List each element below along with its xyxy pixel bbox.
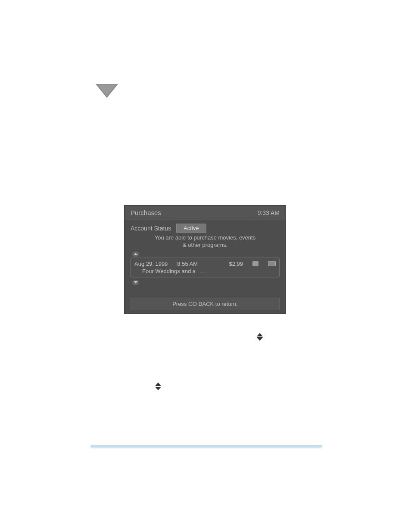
account-status-badge: Active <box>176 224 206 233</box>
up-down-arrows-icon <box>257 333 263 341</box>
purchase-list-item[interactable]: Aug 29, 1999 8:55 AM $2.99 Four Weddings… <box>131 258 280 277</box>
screen-title: Purchases <box>131 209 161 216</box>
triangle-up-icon <box>155 383 161 386</box>
status-line-1: You are able to purchase movies, events <box>155 234 255 241</box>
footer-hint: Press GO BACK to return. <box>131 298 280 310</box>
up-down-arrows-icon <box>155 383 161 390</box>
purchase-program-title: Four Weddings and a . . . <box>142 268 276 274</box>
page-divider <box>90 445 322 447</box>
status-line-2: & other programs. <box>183 242 227 248</box>
scroll-up-icon[interactable] <box>132 252 139 257</box>
triangle-down-icon <box>257 337 263 341</box>
down-triangle-icon-inner <box>97 84 117 96</box>
triangle-up-icon <box>257 333 263 336</box>
card-icon <box>268 261 276 266</box>
scroll-down-icon[interactable] <box>132 280 139 285</box>
screen-header: Purchases 9:33 AM <box>125 205 286 220</box>
triangle-down-icon <box>155 387 161 390</box>
account-status-label: Account Status <box>131 225 171 232</box>
purchase-time: 8:55 AM <box>177 261 198 267</box>
screen-clock: 9:33 AM <box>258 209 280 216</box>
account-status-row: Account Status Active <box>131 224 280 233</box>
screen-body: Account Status Active You are able to pu… <box>125 220 286 289</box>
purchase-row: Aug 29, 1999 8:55 AM $2.99 <box>134 261 276 267</box>
purchase-price: $2.99 <box>229 261 243 267</box>
purchase-date: Aug 29, 1999 <box>134 261 168 267</box>
status-message: You are able to purchase movies, events … <box>131 234 280 249</box>
phone-icon <box>252 261 258 266</box>
purchases-screen: Purchases 9:33 AM Account Status Active … <box>124 205 286 314</box>
